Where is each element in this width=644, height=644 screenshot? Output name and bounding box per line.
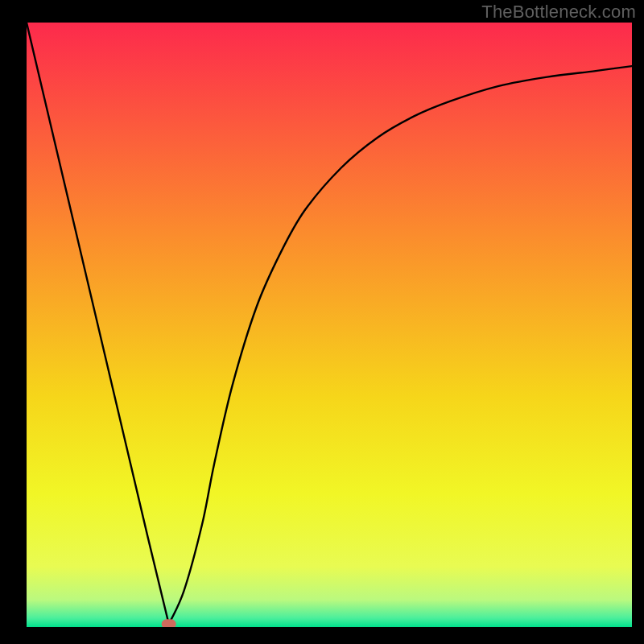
bottleneck-chart <box>0 0 644 644</box>
chart-container: TheBottleneck.com <box>0 0 644 644</box>
attribution-text: TheBottleneck.com <box>481 2 636 23</box>
plot-background <box>27 23 632 627</box>
